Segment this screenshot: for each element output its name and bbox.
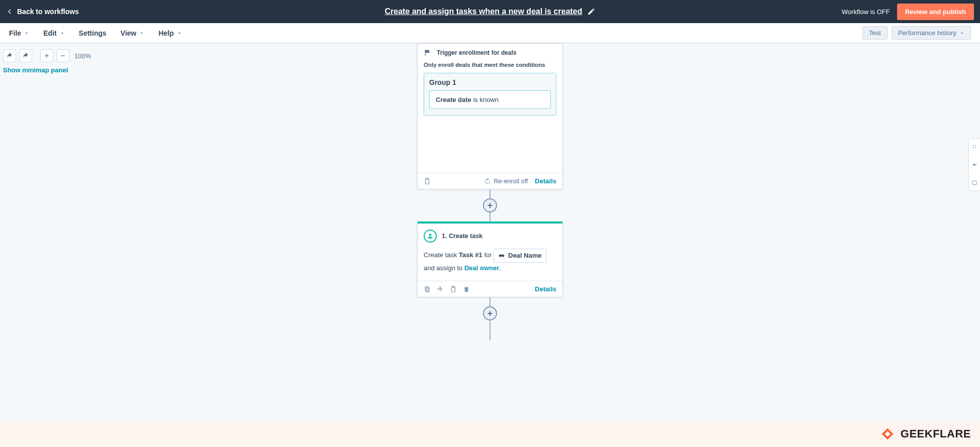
menu-file-label: File xyxy=(9,29,21,37)
canvas[interactable]: 100% Show minimap panel Trigger enrollme… xyxy=(0,43,980,447)
menu-bar: File Edit Settings View Help Test Perfor… xyxy=(0,23,980,43)
action-body: Create task Task #1 for Deal Name and as… xyxy=(418,249,562,281)
geekflare-logo-icon xyxy=(879,426,896,442)
undo-button[interactable] xyxy=(3,49,16,62)
add-step-button[interactable]: + xyxy=(483,198,497,212)
svg-point-3 xyxy=(975,145,976,146)
condition-box[interactable]: Create date is known xyxy=(429,90,551,109)
menu-right: Test Performance history xyxy=(862,26,971,40)
show-minimap-link[interactable]: Show minimap panel xyxy=(3,66,68,74)
svg-point-5 xyxy=(975,147,976,148)
trigger-subtitle: Only enroll deals that meet these condit… xyxy=(418,62,562,73)
task-name: Task #1 xyxy=(459,251,482,259)
menu-view-label: View xyxy=(121,29,137,37)
svg-rect-6 xyxy=(972,181,976,185)
zoom-out-button[interactable] xyxy=(56,49,69,62)
watermark-text: GEEKFLARE xyxy=(901,427,971,440)
redo-icon xyxy=(22,52,29,59)
svg-point-4 xyxy=(973,147,974,148)
undo-icon xyxy=(6,52,13,59)
deal-name-token[interactable]: Deal Name xyxy=(494,249,546,263)
menu-edit[interactable]: Edit xyxy=(43,29,64,37)
condition-property: Create date xyxy=(436,96,471,103)
flag-icon xyxy=(424,49,432,57)
trash-icon[interactable] xyxy=(463,286,470,293)
handshake-icon xyxy=(498,252,505,259)
refresh-icon xyxy=(484,178,491,185)
trigger-head-title: Trigger enrollment for deals xyxy=(437,49,517,56)
menu-view[interactable]: View xyxy=(121,29,145,37)
workflow-flow: Trigger enrollment for deals Only enroll… xyxy=(417,43,563,341)
trigger-card[interactable]: Trigger enrollment for deals Only enroll… xyxy=(417,43,563,189)
token-label: Deal Name xyxy=(508,250,541,261)
menu-file[interactable]: File xyxy=(9,29,29,37)
menu-help[interactable]: Help xyxy=(158,29,181,37)
title-wrap: Create and assign tasks when a new deal … xyxy=(384,7,595,16)
right-dock xyxy=(968,139,980,191)
clipboard-icon[interactable] xyxy=(450,286,457,293)
trigger-details-link[interactable]: Details xyxy=(535,177,556,185)
move-icon[interactable] xyxy=(437,286,444,293)
canvas-toolbar: 100% Show minimap panel xyxy=(3,49,91,74)
reenroll-toggle[interactable]: Re-enroll off xyxy=(484,178,528,185)
svg-point-2 xyxy=(973,145,974,146)
menu-edit-label: Edit xyxy=(43,29,56,37)
chevron-down-icon xyxy=(139,31,144,36)
header-right: Workflow is OFF Review and publish xyxy=(842,4,974,20)
action-body-prefix: Create task xyxy=(424,251,459,259)
reenroll-label: Re-enroll off xyxy=(494,178,528,185)
trigger-head: Trigger enrollment for deals xyxy=(418,44,562,62)
chevron-down-icon xyxy=(959,31,964,36)
plus-icon xyxy=(43,52,50,59)
action-footer: Details xyxy=(418,281,562,297)
dock-arrow-icon[interactable] xyxy=(971,161,978,168)
action-head: 1. Create task xyxy=(418,224,562,249)
assignee-link[interactable]: Deal owner xyxy=(464,264,499,272)
clipboard-icon[interactable] xyxy=(424,178,431,185)
zoom-in-button[interactable] xyxy=(40,49,53,62)
review-publish-button[interactable]: Review and publish xyxy=(897,4,974,20)
add-step-button[interactable]: + xyxy=(483,306,497,320)
connector xyxy=(489,320,491,341)
redo-button[interactable] xyxy=(19,49,32,62)
connector xyxy=(489,189,491,198)
edit-title-icon[interactable] xyxy=(587,8,596,16)
trigger-footer: Re-enroll off Details xyxy=(418,173,562,189)
people-icon xyxy=(427,233,434,240)
menu-settings[interactable]: Settings xyxy=(79,29,107,37)
action-title: 1. Create task xyxy=(442,233,482,240)
menu-help-label: Help xyxy=(158,29,173,37)
zoom-level: 100% xyxy=(74,52,91,60)
copy-icon[interactable] xyxy=(424,286,431,293)
performance-history-button[interactable]: Performance history xyxy=(892,26,971,40)
action-body-for: for xyxy=(482,251,494,259)
chevron-left-icon xyxy=(6,8,13,15)
bottom-strip xyxy=(0,421,980,447)
back-label: Back to workflows xyxy=(17,8,79,16)
dock-settings-icon[interactable] xyxy=(971,179,978,186)
chevron-down-icon xyxy=(24,31,29,36)
condition-operator: is known xyxy=(471,96,499,103)
chevron-down-icon xyxy=(60,31,65,36)
watermark: GEEKFLARE xyxy=(879,426,971,442)
svg-rect-1 xyxy=(426,288,429,292)
connector xyxy=(489,297,491,306)
workflow-status: Workflow is OFF xyxy=(842,8,890,16)
test-button[interactable]: Test xyxy=(862,26,888,40)
menu-settings-label: Settings xyxy=(79,29,107,37)
action-card[interactable]: 1. Create task Create task Task #1 for D… xyxy=(417,221,563,297)
chevron-down-icon xyxy=(177,31,182,36)
performance-history-label: Performance history xyxy=(898,29,956,37)
back-to-workflows-link[interactable]: Back to workflows xyxy=(6,8,79,16)
svg-rect-0 xyxy=(425,286,428,290)
group-title: Group 1 xyxy=(429,78,551,86)
create-task-icon xyxy=(424,230,437,243)
action-details-link[interactable]: Details xyxy=(535,285,556,293)
dock-grip-icon[interactable] xyxy=(971,143,978,150)
trigger-group[interactable]: Group 1 Create date is known xyxy=(424,73,556,116)
connector xyxy=(489,212,491,221)
minus-icon xyxy=(59,52,66,59)
action-assign-prefix: and assign to xyxy=(424,264,464,272)
workflow-title[interactable]: Create and assign tasks when a new deal … xyxy=(384,7,582,16)
top-bar: Back to workflows Create and assign task… xyxy=(0,0,980,23)
